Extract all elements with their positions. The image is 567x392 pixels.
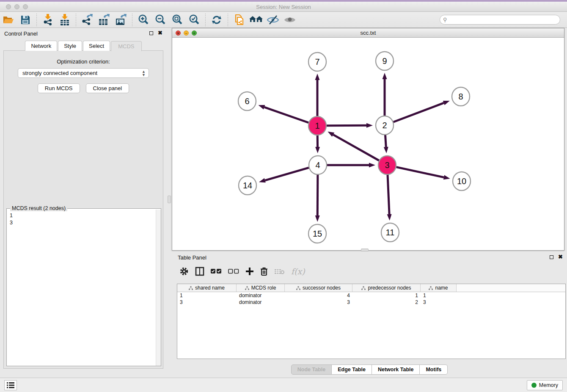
window-title: Session: New Session bbox=[0, 4, 567, 10]
svg-text:15: 15 bbox=[313, 229, 322, 238]
graph-node-15[interactable]: 15 bbox=[308, 224, 326, 243]
column-header-name[interactable]: name bbox=[421, 284, 457, 292]
search-input[interactable] bbox=[440, 15, 560, 25]
table-cell[interactable]: 1 bbox=[177, 292, 237, 299]
copy-network-icon[interactable] bbox=[232, 13, 246, 27]
edge-arrowhead bbox=[315, 215, 320, 222]
graph-node-10[interactable]: 10 bbox=[453, 172, 471, 190]
edge-arrowhead bbox=[315, 74, 320, 80]
tab-network[interactable]: Network bbox=[25, 41, 57, 51]
graph-node-1[interactable]: 1 bbox=[308, 116, 326, 135]
zoom-in-icon[interactable] bbox=[136, 13, 151, 27]
result-scrollbar[interactable] bbox=[156, 210, 161, 366]
tab-network-table[interactable]: Network Table bbox=[372, 364, 420, 375]
graph-node-2[interactable]: 2 bbox=[376, 116, 394, 135]
table-settings-gear-icon[interactable] bbox=[179, 267, 189, 276]
edge-3-1[interactable] bbox=[333, 135, 379, 160]
dropdown-stepper-icon: ▲▼ bbox=[142, 70, 146, 77]
deselect-all-icon[interactable] bbox=[228, 268, 239, 274]
split-divider-handle[interactable] bbox=[361, 248, 369, 251]
export-table-icon[interactable] bbox=[97, 13, 111, 27]
edge-2-3[interactable] bbox=[385, 135, 386, 147]
graph-node-8[interactable]: 8 bbox=[452, 87, 470, 106]
delete-row-trash-icon[interactable] bbox=[260, 267, 268, 276]
table-panel-header: Table Panel ✖ bbox=[172, 252, 567, 263]
import-network-icon[interactable] bbox=[41, 13, 55, 27]
hide-eye-icon[interactable] bbox=[266, 13, 280, 27]
home-icon[interactable] bbox=[249, 13, 263, 27]
tab-motifs[interactable]: Motifs bbox=[419, 364, 448, 375]
edge-2-8[interactable] bbox=[394, 103, 444, 122]
tab-select[interactable]: Select bbox=[83, 41, 110, 51]
table-cell[interactable]: 3 bbox=[177, 299, 237, 306]
tab-style[interactable]: Style bbox=[58, 41, 82, 51]
edge-arrowhead bbox=[443, 101, 450, 105]
edge-3-10[interactable] bbox=[396, 167, 444, 177]
table-cell[interactable]: 1 bbox=[421, 292, 457, 299]
tab-mcds[interactable]: MCDS bbox=[111, 41, 141, 51]
control-panel-tabs: NetworkStyleSelectMCDS bbox=[0, 41, 167, 51]
zoom-fit-icon[interactable] bbox=[170, 13, 184, 27]
float-panel-icon[interactable] bbox=[149, 31, 153, 35]
export-network-icon[interactable] bbox=[80, 13, 94, 27]
mcds-result-list[interactable]: 1 3 bbox=[7, 210, 156, 366]
graph-node-6[interactable]: 6 bbox=[238, 92, 256, 110]
graph-node-11[interactable]: 11 bbox=[381, 223, 399, 242]
add-row-icon[interactable] bbox=[245, 267, 254, 276]
column-header-successor-nodes[interactable]: successor nodes bbox=[285, 284, 352, 292]
graph-node-7[interactable]: 7 bbox=[308, 52, 326, 71]
split-divider-handle[interactable] bbox=[168, 196, 171, 203]
table-cell[interactable]: 1 bbox=[352, 292, 421, 299]
graph-node-3[interactable]: 3 bbox=[378, 156, 396, 174]
export-image-icon[interactable] bbox=[114, 13, 128, 27]
graph-node-4[interactable]: 4 bbox=[309, 156, 327, 174]
column-header-filler bbox=[457, 284, 565, 292]
tab-node-table[interactable]: Node Table bbox=[291, 364, 332, 375]
run-mcds-button[interactable]: Run MCDS bbox=[38, 83, 80, 93]
table-toolbar: f(x) bbox=[177, 263, 305, 280]
close-panel-button[interactable]: Close panel bbox=[86, 83, 129, 93]
table-cell[interactable]: 4 bbox=[285, 292, 352, 299]
select-all-icon[interactable] bbox=[211, 268, 222, 274]
edge-1-2[interactable] bbox=[327, 125, 366, 126]
table-cell[interactable]: 2 bbox=[352, 299, 421, 306]
table-row[interactable]: 1dominator411 bbox=[177, 292, 565, 299]
table-cell[interactable]: dominator bbox=[237, 299, 285, 306]
column-header-MCDS-role[interactable]: MCDS role bbox=[237, 284, 285, 292]
column-header-predecessor-nodes[interactable]: predecessor nodes bbox=[352, 284, 421, 292]
open-folder-icon[interactable] bbox=[1, 13, 16, 27]
edge-4-14[interactable] bbox=[265, 168, 309, 180]
svg-text:6: 6 bbox=[245, 97, 249, 106]
close-table-panel-icon[interactable]: ✖ bbox=[558, 254, 563, 260]
float-table-panel-icon[interactable] bbox=[550, 255, 553, 259]
table-cell[interactable]: dominator bbox=[237, 292, 285, 299]
edge-4-15[interactable] bbox=[317, 174, 318, 215]
memory-button[interactable]: Memory bbox=[527, 380, 563, 390]
network-graph-canvas[interactable]: 1234678910111415 bbox=[172, 38, 564, 250]
tab-edge-table[interactable]: Edge Table bbox=[331, 364, 372, 375]
close-panel-icon[interactable]: ✖ bbox=[158, 30, 162, 36]
fx-label: f(x) bbox=[291, 267, 305, 276]
control-panel-header: Control Panel ✖ bbox=[0, 28, 167, 39]
table-row[interactable]: 3dominator323 bbox=[177, 299, 565, 306]
network-window: ✕ − + scc.txt 1234678910111415 bbox=[172, 28, 564, 251]
zoom-selected-icon[interactable] bbox=[187, 13, 201, 27]
graph-node-9[interactable]: 9 bbox=[376, 52, 394, 70]
split-columns-icon[interactable] bbox=[195, 267, 204, 276]
criterion-dropdown[interactable]: strongly connected component ▲▼ bbox=[18, 68, 149, 78]
graph-node-14[interactable]: 14 bbox=[239, 176, 256, 195]
save-icon[interactable] bbox=[18, 13, 33, 27]
column-header-shared-name[interactable]: shared name bbox=[177, 284, 237, 292]
refresh-icon[interactable] bbox=[209, 13, 224, 27]
edge-arrowhead bbox=[443, 175, 450, 180]
search-icon: ⚲ bbox=[443, 17, 447, 23]
edge-1-6[interactable] bbox=[264, 107, 309, 123]
import-table-icon[interactable] bbox=[58, 13, 72, 27]
zoom-out-icon[interactable] bbox=[153, 13, 168, 27]
table-cell[interactable]: 3 bbox=[285, 299, 352, 306]
table-cell[interactable]: 3 bbox=[421, 299, 457, 306]
task-history-icon[interactable] bbox=[4, 380, 17, 390]
edge-3-11[interactable] bbox=[388, 174, 389, 214]
show-eye-icon[interactable] bbox=[283, 13, 297, 27]
network-window-titlebar[interactable]: ✕ − + scc.txt bbox=[172, 28, 564, 38]
